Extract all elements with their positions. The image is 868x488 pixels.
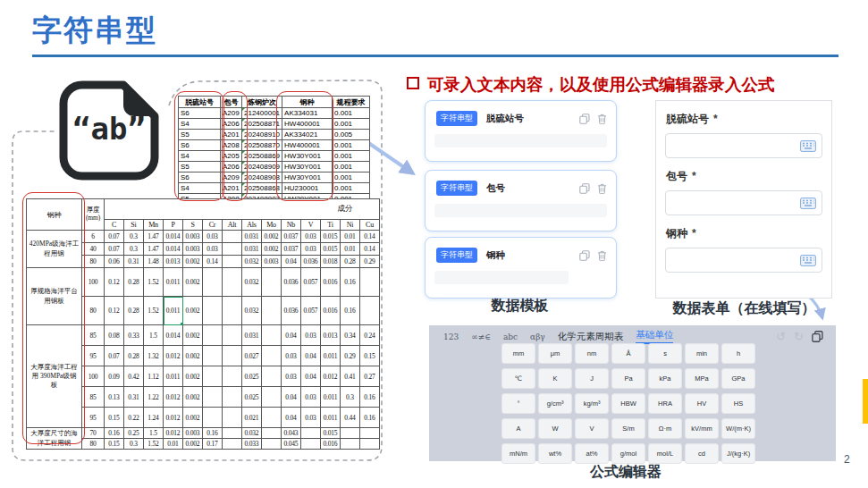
fe-tab-4[interactable]: 化学元素周期表 <box>558 331 624 343</box>
cell: 0.036 <box>282 268 301 297</box>
unit-key[interactable]: ° <box>501 393 535 414</box>
form-input-package[interactable] <box>665 190 822 215</box>
clipboard-icon[interactable] <box>812 331 823 342</box>
cell: 0.17 <box>203 439 223 450</box>
cell: 0.42 <box>124 366 144 387</box>
unit-key[interactable]: g/cm³ <box>538 393 572 414</box>
unit-key[interactable]: kg/m³ <box>575 393 609 414</box>
cell <box>360 428 380 439</box>
title-divider <box>32 55 839 57</box>
redo-icon[interactable]: ↻ <box>794 331 804 342</box>
template-input-steelgrade[interactable] <box>434 271 569 284</box>
unit-key[interactable]: HS <box>721 393 755 414</box>
unit-key[interactable]: kPa <box>648 368 682 389</box>
fe-tab-2[interactable]: abc <box>503 332 518 341</box>
slide-canvas: 字符串型 “ab” 脱硫站号包号炼钢炉次钢种规程要求S6A20921240000… <box>0 0 868 488</box>
cell: 0.013 <box>164 256 183 268</box>
unit-key[interactable]: s <box>648 343 682 364</box>
cell: 0.012 <box>164 408 183 428</box>
unit-key[interactable]: μm <box>538 343 572 364</box>
unit-key[interactable]: HV <box>685 393 719 414</box>
unit-key[interactable]: HBW <box>611 393 645 414</box>
cell: 0.001 <box>333 151 370 162</box>
cell: 0.018 <box>321 256 341 268</box>
cell: 0.001 <box>333 119 370 130</box>
unit-key[interactable]: MPa <box>685 368 719 389</box>
unit-key[interactable]: S/m <box>611 418 645 439</box>
template-input-station[interactable] <box>434 134 607 147</box>
form-input-station[interactable] <box>665 133 822 158</box>
unit-key[interactable]: Å <box>611 343 645 364</box>
keyboard-icon[interactable] <box>800 255 816 266</box>
cell: 0.01 <box>341 243 360 256</box>
cell <box>223 231 242 243</box>
unit-key[interactable]: A <box>501 418 535 439</box>
element-header: Als <box>242 220 262 231</box>
form-input-steelgrade[interactable] <box>665 248 822 273</box>
unit-key[interactable]: at% <box>575 443 609 464</box>
thickness-cell: 80 <box>82 439 105 450</box>
unit-key[interactable]: min <box>685 343 719 364</box>
unit-key[interactable]: Pa <box>611 368 645 389</box>
fe-tab-0[interactable]: 123 <box>443 332 459 341</box>
cell: 0.001 <box>333 183 370 194</box>
cell: 0.011 <box>164 297 183 325</box>
unit-key[interactable]: W <box>538 418 572 439</box>
unit-key[interactable]: J/(kg·K) <box>721 443 755 464</box>
required-asterisk: * <box>692 227 696 240</box>
unit-key[interactable]: mN/m <box>501 443 535 464</box>
unit-key[interactable]: GPa <box>721 368 755 389</box>
cell: 0.002 <box>262 243 282 256</box>
unit-key[interactable]: wt% <box>538 443 572 464</box>
unit-key[interactable]: Ω·m <box>648 418 682 439</box>
undo-icon[interactable]: ↺ <box>776 331 786 342</box>
cell: 0.011 <box>321 346 341 366</box>
unit-key[interactable]: cd <box>685 443 719 464</box>
cell: 0.021 <box>242 408 262 428</box>
caption-formula-editor: 公式编辑器 <box>536 463 715 482</box>
cell: 0.002 <box>183 366 203 387</box>
string-file-icon: “ab” <box>57 79 161 182</box>
cell: 0.24 <box>360 325 380 346</box>
unit-key[interactable]: g/mol <box>611 443 645 464</box>
trash-icon[interactable] <box>597 183 607 194</box>
cell: 0.003 <box>262 256 282 268</box>
highlight-oval-steelgrade <box>276 91 333 201</box>
unit-key[interactable]: K <box>538 368 572 389</box>
unit-key[interactable]: h <box>721 343 755 364</box>
fe-tab-3[interactable]: αβγ <box>530 332 545 341</box>
cell: 1.52 <box>144 268 164 297</box>
unit-key[interactable]: W/(m·K) <box>721 418 755 439</box>
cell: 0.16 <box>203 428 223 439</box>
cell: 1.32 <box>144 346 164 366</box>
unit-key[interactable]: J <box>575 368 609 389</box>
thickness-cell: 100 <box>82 366 105 387</box>
copy-icon[interactable] <box>579 114 590 124</box>
trash-icon[interactable] <box>597 114 607 124</box>
cell: 0.16 <box>341 268 360 297</box>
unit-key[interactable]: mm <box>501 343 535 364</box>
unit-key[interactable]: kV/mm <box>685 418 719 439</box>
trash-icon[interactable] <box>597 250 607 261</box>
element-header: Ni <box>341 220 360 231</box>
keyboard-icon[interactable] <box>800 198 816 209</box>
cell: 0.031 <box>242 243 262 256</box>
cell: 0.22 <box>124 408 144 428</box>
keyboard-icon[interactable] <box>800 140 816 152</box>
highlight-oval-steel-column <box>22 192 85 444</box>
cell: 0.04 <box>282 325 301 346</box>
unit-key[interactable]: ℃ <box>501 368 535 389</box>
unit-key[interactable]: nm <box>575 343 609 364</box>
fe-tab-1[interactable]: ∞≠∈ <box>471 332 491 341</box>
copy-icon[interactable] <box>579 183 590 194</box>
unit-key[interactable]: HRA <box>648 393 682 414</box>
cell <box>262 387 282 408</box>
cell: 0.014 <box>164 325 183 346</box>
fe-tab-5[interactable]: 基础单位 <box>636 329 673 344</box>
cell: 0.14 <box>203 256 223 268</box>
cell: 0.04 <box>301 346 321 366</box>
unit-key[interactable]: mol/L <box>648 443 682 464</box>
template-input-package[interactable] <box>434 204 607 217</box>
copy-icon[interactable] <box>579 250 590 261</box>
unit-key[interactable]: V <box>575 418 609 439</box>
